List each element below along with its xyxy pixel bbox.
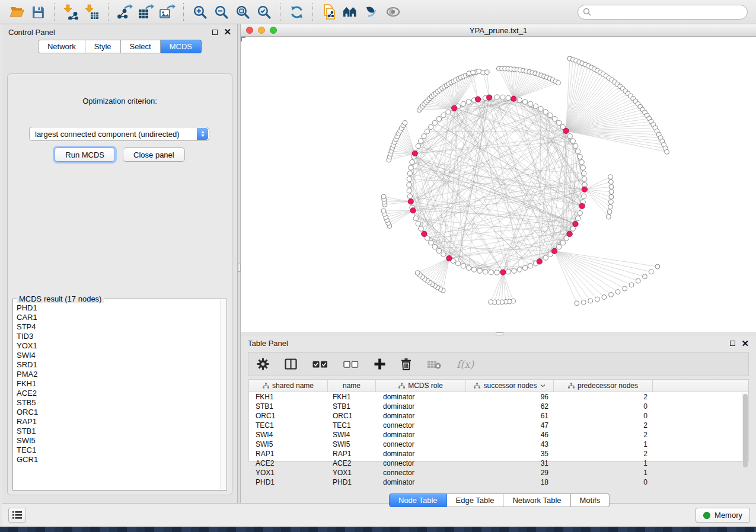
mcds-result-item[interactable]: SRD1: [17, 360, 220, 370]
tab-network-table[interactable]: Network Table: [503, 493, 570, 507]
splitter-grip[interactable]: [496, 332, 503, 335]
cell: STB1: [249, 402, 328, 411]
cell: 1: [554, 459, 653, 468]
select-all-checkboxes-icon[interactable]: [312, 361, 328, 368]
refresh-icon[interactable]: [286, 2, 307, 22]
table-row-PHD1[interactable]: PHD1PHD1dominator180: [249, 477, 748, 487]
run-mcds-button[interactable]: Run MCDS: [55, 148, 115, 162]
float-table-panel-icon[interactable]: [730, 341, 735, 346]
mcds-result-item[interactable]: ORC1: [17, 408, 220, 417]
control-panel-tabs: NetworkStyleSelectMCDS: [2, 40, 237, 53]
column-header-name[interactable]: name: [328, 380, 376, 392]
cell: 46: [466, 430, 554, 440]
mcds-result-item[interactable]: SWI4: [17, 351, 220, 360]
export-network-icon[interactable]: [114, 2, 135, 22]
export-image-icon[interactable]: [157, 2, 178, 22]
scrollbar-thumb[interactable]: [743, 394, 748, 467]
criterion-dropdown[interactable]: largest connected component (undirected): [29, 127, 209, 141]
cell: 29: [466, 468, 554, 477]
table-scrollbar[interactable]: [742, 393, 748, 461]
cell: PHD1: [249, 477, 328, 487]
mcds-result-item[interactable]: PMA2: [17, 370, 220, 379]
clone-network-icon[interactable]: [318, 2, 340, 22]
mcds-result-item[interactable]: YOX1: [17, 341, 220, 351]
close-table-panel-icon[interactable]: ✕: [741, 341, 749, 347]
mcds-result-item[interactable]: ACE2: [17, 389, 220, 398]
horizontal-splitter[interactable]: [241, 332, 756, 336]
delete-trash-icon[interactable]: [401, 358, 412, 370]
table-panel: Table Panel ✕: [241, 336, 756, 503]
open-file-icon[interactable]: [6, 2, 27, 22]
table-row-SWI5[interactable]: SWI5SWI5connector431: [249, 440, 748, 449]
save-session-icon[interactable]: [27, 2, 49, 22]
cell: YOX1: [328, 468, 376, 477]
show-columns-icon[interactable]: [285, 358, 297, 370]
deselect-all-checkboxes-icon[interactable]: [343, 361, 359, 368]
tab-motifs[interactable]: Motifs: [571, 493, 610, 507]
table-row-ORC1[interactable]: ORC1ORC1dominator610: [249, 411, 748, 421]
dropdown-stepper-icon: [197, 128, 208, 140]
import-network-icon[interactable]: [60, 2, 81, 22]
show-details-eye-icon[interactable]: [382, 2, 404, 22]
network-graph[interactable]: [241, 37, 756, 332]
table-row-RAP1[interactable]: RAP1RAP1dominator352: [249, 449, 748, 459]
cell: PHD1: [328, 477, 376, 487]
close-panel-button[interactable]: Close panel: [123, 148, 185, 162]
network-titlebar: YPA_prune.txt_1: [241, 24, 756, 37]
mcds-result-item[interactable]: SWI5: [17, 436, 220, 446]
search-box[interactable]: [578, 5, 748, 20]
mcds-list-scrollbar[interactable]: [220, 300, 226, 489]
export-table-icon[interactable]: [135, 2, 157, 22]
table-row-SWI4[interactable]: SWI4SWI4dominator462: [249, 430, 748, 440]
tab-network[interactable]: Network: [38, 40, 85, 53]
cell: 0: [554, 411, 653, 421]
zoom-selected-icon[interactable]: [253, 2, 275, 22]
mcds-result-item[interactable]: TID3: [17, 332, 220, 341]
float-panel-icon[interactable]: [212, 30, 218, 35]
cell: ACE2: [328, 459, 376, 468]
mcds-result-item[interactable]: FKH1: [17, 379, 220, 389]
column-header-successor-nodes[interactable]: successor nodes: [466, 380, 554, 392]
zoom-out-icon[interactable]: [210, 2, 232, 22]
visual-properties-icon[interactable]: [361, 2, 382, 22]
cell: 2: [554, 449, 653, 459]
add-column-plus-icon[interactable]: [374, 358, 385, 370]
tab-node-table[interactable]: Node Table: [389, 493, 447, 507]
tab-edge-table[interactable]: Edge Table: [447, 493, 504, 507]
tab-select[interactable]: Select: [121, 40, 161, 53]
mcds-result-item[interactable]: RAP1: [17, 417, 220, 427]
column-header-MCDS-role[interactable]: MCDS role: [376, 380, 466, 392]
column-tree-icon: [398, 383, 405, 389]
tab-style[interactable]: Style: [85, 40, 121, 53]
function-builder-icon-disabled: f(x): [457, 358, 474, 370]
birds-eye-icon[interactable]: [340, 2, 361, 22]
mcds-result-item[interactable]: PHD1: [17, 303, 220, 313]
column-header-shared-name[interactable]: shared name: [249, 380, 328, 392]
mcds-result-item[interactable]: CAR1: [17, 313, 220, 322]
table-row-FKH1[interactable]: FKH1FKH1dominator962: [249, 392, 748, 402]
cell: TEC1: [328, 421, 376, 430]
import-table-icon[interactable]: [81, 2, 103, 22]
table-settings-gear-icon[interactable]: [257, 358, 269, 370]
cell: 18: [466, 477, 554, 487]
table-row-TEC1[interactable]: TEC1TEC1connector472: [249, 421, 748, 430]
network-canvas[interactable]: [241, 37, 756, 332]
column-tree-icon: [474, 383, 480, 389]
table-row-ACE2[interactable]: ACE2ACE2connector311: [249, 459, 748, 468]
column-header-predecessor-nodes[interactable]: predecessor nodes: [554, 380, 653, 392]
table-row-YOX1[interactable]: YOX1YOX1connector291: [249, 468, 748, 477]
mcds-result-item[interactable]: TEC1: [17, 446, 220, 455]
tab-mcds[interactable]: MCDS: [161, 40, 202, 53]
zoom-fit-icon[interactable]: [232, 2, 253, 22]
close-panel-icon[interactable]: ✕: [224, 29, 231, 35]
mcds-result-item[interactable]: STP4: [17, 322, 220, 332]
task-history-button[interactable]: [8, 508, 26, 523]
memory-button[interactable]: Memory: [696, 508, 750, 523]
cell: 0: [554, 402, 653, 411]
mcds-result-item[interactable]: STB1: [17, 427, 220, 436]
table-row-STB1[interactable]: STB1STB1dominator620: [249, 402, 748, 411]
zoom-in-icon[interactable]: [189, 2, 210, 22]
mcds-result-item[interactable]: GCR1: [17, 455, 220, 464]
search-input[interactable]: [591, 8, 742, 16]
mcds-result-item[interactable]: STB5: [17, 398, 220, 408]
